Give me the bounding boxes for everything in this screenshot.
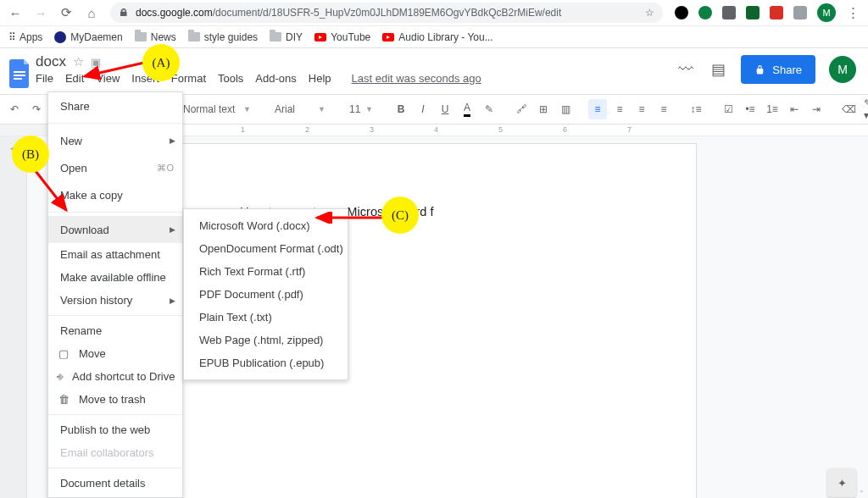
annotation-b: (B) (12, 136, 49, 173)
line-spacing-button[interactable]: ↕≡ (687, 99, 705, 119)
menu-addons[interactable]: Add-ons (255, 72, 296, 85)
home-icon[interactable]: ⌂ (85, 6, 98, 19)
bookmark-folder[interactable]: style guides (188, 31, 258, 43)
bullet-list-button[interactable]: •≡ (741, 99, 760, 119)
menu-tools[interactable]: Tools (218, 72, 243, 85)
address-bar[interactable]: 🔒︎ docs.google.com/document/d/18USFR-5_H… (110, 3, 663, 23)
activity-icon[interactable]: 〰 (676, 60, 695, 79)
italic-button[interactable]: I (414, 99, 432, 119)
menu-format[interactable]: Format (171, 72, 206, 85)
extension-icon[interactable] (793, 6, 807, 19)
download-odt[interactable]: OpenDocument Format (.odt) (184, 237, 348, 260)
download-txt[interactable]: Plain Text (.txt) (184, 306, 348, 329)
editing-mode-button[interactable]: ✎ ▾ (861, 99, 868, 119)
url-text: docs.google.com/document/d/18USFR-5_HupV… (136, 7, 561, 19)
menu-offline[interactable]: Make available offline (48, 266, 182, 289)
back-icon[interactable]: ← (8, 6, 22, 19)
underline-button[interactable]: U (436, 99, 454, 119)
site-favicon (54, 31, 66, 43)
extension-icon[interactable] (722, 6, 736, 19)
bookmark-folder[interactable]: DIY (270, 31, 303, 43)
download-html[interactable]: Web Page (.html, zipped) (184, 329, 348, 351)
explore-button[interactable]: ✦ (827, 468, 856, 497)
bookmark-item[interactable]: Audio Library - You... (382, 31, 492, 43)
menu-email-collab: Email collaborators (48, 441, 182, 464)
align-left-button[interactable]: ≡ (588, 99, 607, 119)
download-submenu: Microsoft Word (.docx) OpenDocument Form… (183, 208, 348, 380)
profile-avatar[interactable]: M (817, 3, 836, 22)
menu-file[interactable]: File (36, 72, 53, 85)
kebab-icon[interactable]: ⋮ (846, 6, 860, 19)
menu-publish[interactable]: Publish to the web (48, 418, 182, 441)
bookmark-star-icon[interactable]: ☆ (645, 7, 654, 19)
font-size-select[interactable]: 11▼ (344, 99, 378, 119)
align-center-button[interactable]: ≡ (610, 99, 629, 119)
menu-version-history[interactable]: Version history▶ (48, 289, 182, 312)
account-avatar[interactable]: M (829, 56, 856, 83)
extension-icon[interactable] (675, 6, 688, 19)
share-label: Share (772, 64, 802, 76)
bookmark-item[interactable]: MyDaemen (54, 31, 122, 43)
last-edit-link[interactable]: Last edit was seconds ago (352, 72, 481, 85)
insert-image-button[interactable]: ▥ (556, 99, 575, 119)
youtube-icon (314, 33, 326, 42)
download-epub[interactable]: EPUB Publication (.epub) (184, 351, 348, 374)
menu-download[interactable]: Download▶ (48, 216, 182, 243)
redo-button[interactable]: ↷ (27, 99, 46, 119)
undo-button[interactable]: ↶ (5, 99, 24, 119)
menu-new[interactable]: New▶ (48, 127, 182, 154)
extension-icon[interactable] (698, 6, 712, 19)
ruler-tick: 4 (434, 125, 438, 134)
file-menu-dropdown: Share New▶ Open⌘O Make a copy Download▶ … (47, 91, 183, 498)
indent-button[interactable]: ⇥ (807, 99, 826, 119)
menu-share[interactable]: Share (48, 92, 182, 119)
bookmark-folder[interactable]: News (135, 31, 176, 43)
menu-email-attachment[interactable]: Email as attachment (48, 243, 182, 266)
comments-icon[interactable]: ▤ (709, 60, 727, 79)
ruler-tick: 3 (370, 125, 374, 134)
numbered-list-button[interactable]: 1≡ (763, 99, 782, 119)
outdent-button[interactable]: ⇤ (785, 99, 804, 119)
insert-comment-button[interactable]: ⊞ (534, 99, 553, 119)
apps-grid-icon: ⠿ (8, 31, 15, 43)
scroll-arrows[interactable]: ˆˇ (855, 490, 868, 498)
menu-details[interactable]: Document details (48, 472, 182, 495)
docs-logo[interactable] (5, 53, 36, 94)
bookmark-item[interactable]: YouTube (314, 31, 370, 43)
apps-button[interactable]: ⠿Apps (8, 31, 42, 43)
align-justify-button[interactable]: ≡ (654, 99, 673, 119)
menu-add-shortcut[interactable]: ⎆Add shortcut to Drive (48, 365, 182, 388)
download-rtf[interactable]: Rich Text Format (.rtf) (184, 260, 348, 283)
text-color-button[interactable]: A (458, 99, 476, 119)
checklist-button[interactable]: ☑ (719, 99, 737, 119)
annotation-arrow-a (81, 61, 146, 80)
share-button[interactable]: Share (741, 55, 815, 84)
align-right-button[interactable]: ≡ (632, 99, 651, 119)
download-pdf[interactable]: PDF Document (.pdf) (184, 283, 348, 306)
ruler-tick: 7 (627, 125, 632, 134)
bold-button[interactable]: B (392, 99, 410, 119)
menu-help[interactable]: Help (309, 72, 331, 85)
lock-icon (754, 64, 765, 75)
menu-language[interactable]: Language▶ (48, 495, 182, 498)
extension-icon[interactable] (770, 6, 783, 19)
ruler-tick: 1 (241, 125, 245, 134)
menu-rename[interactable]: Rename (48, 319, 182, 342)
doc-title[interactable]: docx (36, 53, 66, 70)
highlight-button[interactable]: ✎ (480, 99, 498, 119)
menu-trash[interactable]: 🗑︎Move to trash (48, 388, 182, 411)
svg-rect-2 (14, 78, 22, 80)
paragraph-style-select[interactable]: Normal text▼ (178, 99, 256, 119)
svg-rect-1 (14, 75, 25, 76)
extension-icon[interactable] (746, 6, 760, 19)
clear-format-button[interactable]: ⌫ (839, 99, 858, 119)
shortcut-icon: ⎆ (57, 370, 64, 383)
outline-toggle[interactable]: ◂ (0, 136, 27, 498)
insert-link-button[interactable]: 🔗︎ (512, 99, 531, 119)
svg-line-3 (85, 63, 144, 76)
reload-icon[interactable]: ⟳ (59, 6, 73, 19)
font-select[interactable]: Arial▼ (270, 99, 331, 119)
forward-icon[interactable]: → (34, 6, 47, 19)
menu-move[interactable]: ▢Move (48, 342, 182, 365)
folder-icon (270, 32, 281, 42)
